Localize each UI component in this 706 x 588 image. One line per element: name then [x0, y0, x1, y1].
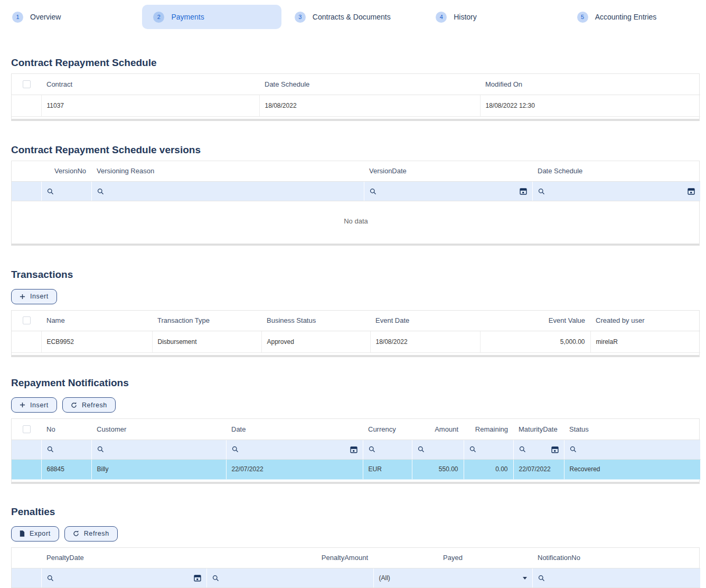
column-header-customer[interactable]: Customer — [91, 419, 226, 440]
column-header-version-date[interactable]: VersionDate — [364, 161, 532, 182]
export-button[interactable]: Export — [11, 526, 59, 542]
chevron-down-icon[interactable] — [523, 577, 527, 580]
filter-penalty-date[interactable] — [41, 568, 206, 588]
cell-date-schedule: 18/08/2022 — [259, 95, 480, 116]
calendar-icon[interactable] — [520, 188, 527, 195]
select-all-checkbox[interactable] — [23, 316, 31, 324]
filter-notification-no[interactable] — [532, 568, 700, 588]
filter-version-date[interactable] — [364, 182, 532, 201]
table-header-row: Name Transaction Type Business Status Ev… — [12, 311, 700, 331]
search-icon[interactable] — [47, 188, 54, 195]
search-icon[interactable] — [97, 188, 104, 195]
column-header-event-date[interactable]: Event Date — [370, 311, 480, 331]
payed-filter-value[interactable]: (All) — [379, 574, 390, 582]
column-header-notification-no[interactable]: NotificationNo — [532, 548, 700, 568]
filter-no[interactable] — [41, 440, 91, 459]
column-header-date[interactable]: Date — [226, 419, 363, 440]
search-icon[interactable] — [519, 446, 526, 453]
row-select-cell — [12, 95, 41, 116]
contract-repayment-schedule-table: Contract Date Schedule Modified On 11037… — [11, 73, 700, 121]
search-icon[interactable] — [570, 446, 577, 453]
column-header-contract[interactable]: Contract — [41, 74, 259, 95]
search-icon[interactable] — [212, 575, 219, 582]
refresh-icon — [71, 402, 77, 408]
filter-maturity-date[interactable] — [513, 440, 564, 459]
refresh-button-label: Refresh — [82, 402, 107, 409]
plus-icon — [20, 402, 25, 408]
search-icon[interactable] — [538, 188, 545, 195]
column-header-modified-on[interactable]: Modified On — [480, 74, 700, 95]
search-icon[interactable] — [232, 446, 239, 453]
column-header-remaining[interactable]: Remaining — [464, 419, 513, 440]
filter-remaining[interactable] — [464, 440, 513, 459]
filter-status[interactable] — [564, 440, 700, 459]
column-header-versioning-reason[interactable]: Versioning Reason — [91, 161, 364, 182]
column-header-business-status[interactable]: Business Status — [261, 311, 370, 331]
search-icon[interactable] — [97, 446, 104, 453]
tab-history[interactable]: 4 History — [425, 5, 563, 29]
tab-label: Accounting Entries — [595, 13, 657, 21]
column-header-transaction-type[interactable]: Transaction Type — [152, 311, 261, 331]
tab-label: Payments — [171, 13, 204, 21]
plus-icon — [20, 294, 25, 300]
calendar-icon[interactable] — [688, 188, 695, 195]
tab-number-badge: 2 — [153, 12, 164, 23]
column-header-amount[interactable]: Amount — [412, 419, 464, 440]
refresh-button[interactable]: Refresh — [64, 526, 118, 542]
insert-button[interactable]: Insert — [11, 289, 57, 304]
column-header-name[interactable]: Name — [41, 311, 152, 331]
column-header-currency[interactable]: Currency — [363, 419, 412, 440]
filter-version-no[interactable] — [41, 182, 91, 201]
search-icon[interactable] — [47, 446, 54, 453]
column-header-payed[interactable]: Payed — [373, 548, 532, 568]
calendar-icon[interactable] — [551, 446, 559, 453]
search-icon[interactable] — [469, 446, 476, 453]
filter-payed-select[interactable]: (All) — [373, 568, 532, 588]
calendar-icon[interactable] — [194, 574, 201, 582]
tab-label: History — [454, 13, 477, 21]
table-row[interactable]: 11037 18/08/2022 18/08/2022 12:30 — [12, 95, 700, 116]
column-header-event-value[interactable]: Event Value — [480, 311, 590, 331]
section-title-schedule-versions: Contract Repayment Schedule versions — [11, 144, 706, 156]
filter-date-schedule[interactable] — [532, 182, 700, 201]
filter-empty-cell — [12, 568, 41, 588]
table-header-row: No Customer Date Currency Amount Remaini… — [12, 419, 700, 440]
tab-overview[interactable]: 1 Overview — [1, 5, 140, 29]
filter-penalty-amount[interactable] — [206, 568, 373, 588]
filter-currency[interactable] — [363, 440, 412, 459]
cell-contract: 11037 — [41, 95, 259, 116]
column-header-created-by-user[interactable]: Created by user — [590, 311, 700, 331]
section-title-transactions: Transactions — [11, 269, 706, 281]
column-header-no[interactable]: No — [41, 419, 91, 440]
column-header-status[interactable]: Status — [564, 419, 700, 440]
search-icon[interactable] — [369, 446, 375, 453]
column-header-version-no[interactable]: VersionNo — [41, 161, 91, 182]
filter-date[interactable] — [226, 440, 363, 459]
column-header-date-schedule[interactable]: Date Schedule — [532, 161, 700, 182]
table-row[interactable]: ECB9952 Disbursement Approved 18/08/2022… — [12, 331, 700, 353]
table-row-selected[interactable]: 68845 Billy 22/07/2022 EUR 550.00 0.00 2… — [12, 459, 700, 479]
cell-status: Recovered — [564, 459, 700, 479]
tab-accounting-entries[interactable]: 5 Accounting Entries — [566, 5, 705, 29]
column-header-maturity-date[interactable]: MaturityDate — [513, 419, 564, 440]
select-all-cell — [12, 419, 41, 440]
column-header-date-schedule[interactable]: Date Schedule — [259, 74, 480, 95]
search-icon[interactable] — [538, 575, 545, 582]
select-all-checkbox[interactable] — [23, 80, 31, 88]
search-icon[interactable] — [418, 446, 425, 453]
tab-number-badge: 4 — [436, 12, 447, 23]
tab-contracts-documents[interactable]: 3 Contracts & Documents — [284, 5, 422, 29]
tab-payments[interactable]: 2 Payments — [142, 5, 281, 29]
filter-customer[interactable] — [91, 440, 226, 459]
column-header-penalty-date[interactable]: PenaltyDate — [41, 548, 206, 568]
refresh-button[interactable]: Refresh — [62, 397, 116, 413]
search-icon[interactable] — [370, 188, 376, 195]
insert-button[interactable]: Insert — [11, 397, 57, 413]
filter-amount[interactable] — [412, 440, 464, 459]
filter-versioning-reason[interactable] — [91, 182, 364, 201]
select-all-checkbox[interactable] — [23, 425, 31, 433]
column-header-penalty-amount[interactable]: PenaltyAmount — [206, 548, 373, 568]
export-file-icon — [20, 530, 25, 537]
search-icon[interactable] — [47, 575, 54, 582]
calendar-icon[interactable] — [350, 446, 357, 453]
